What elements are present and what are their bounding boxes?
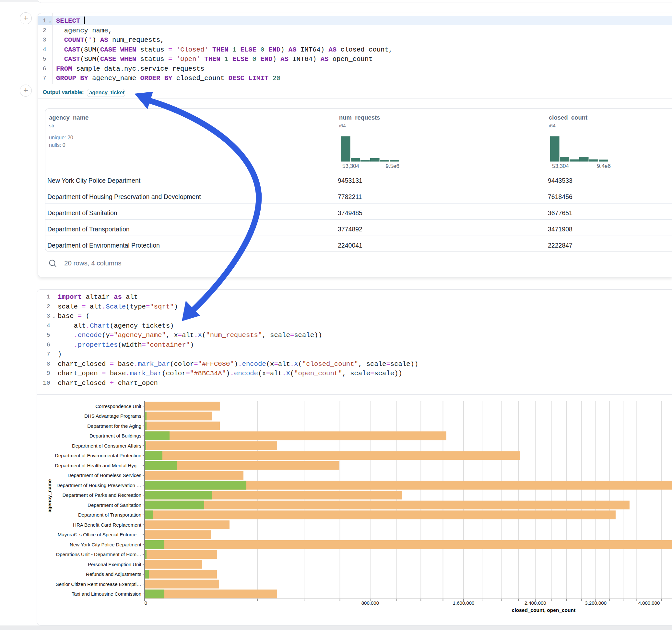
svg-text:Department of Sanitation: Department of Sanitation: [88, 502, 141, 508]
svg-text:Department of Health and Menta: Department of Health and Mental Hyg…: [55, 463, 141, 468]
svg-text:800,000: 800,000: [361, 600, 379, 606]
svg-text:Department for the Aging: Department for the Aging: [87, 423, 141, 429]
svg-text:Refunds and Adjustments: Refunds and Adjustments: [86, 571, 141, 577]
svg-text:Mayorâ€ s Office of Special E: Mayorâ€ s Office of Special Enforce…: [58, 532, 141, 537]
svg-text:Correspondence Unit: Correspondence Unit: [95, 404, 142, 409]
svg-text:3,200,000: 3,200,000: [585, 600, 606, 606]
svg-text:4,000,000: 4,000,000: [638, 600, 660, 606]
svg-text:Department of Buildings: Department of Buildings: [90, 433, 141, 438]
svg-text:Department of Homeless Service: Department of Homeless Services: [67, 472, 141, 478]
svg-text:2,400,000: 2,400,000: [525, 600, 546, 606]
svg-text:HRA Benefit Card Replacement: HRA Benefit Card Replacement: [73, 522, 142, 528]
svg-text:closed_count, open_count: closed_count, open_count: [512, 607, 575, 613]
svg-text:New York City Police Departmen: New York City Police Department: [70, 542, 142, 547]
svg-text:Senior Citizen Rent Increase E: Senior Citizen Rent Increase Exempti…: [56, 581, 141, 587]
svg-text:agency_name: agency_name: [47, 479, 52, 512]
svg-text:Personal Exemption Unit: Personal Exemption Unit: [88, 562, 142, 567]
svg-text:1,600,000: 1,600,000: [453, 600, 475, 606]
svg-text:Department of Transportation: Department of Transportation: [78, 512, 141, 517]
svg-text:0: 0: [145, 600, 147, 606]
svg-text:Department of Parks and Recrea: Department of Parks and Recreation: [63, 492, 141, 498]
svg-text:Taxi and Limousine Commission: Taxi and Limousine Commission: [72, 591, 141, 597]
svg-text:Operations Unit - Department o: Operations Unit - Department of Hom…: [56, 552, 141, 557]
svg-text:Department of Consumer Affairs: Department of Consumer Affairs: [72, 443, 141, 449]
svg-text:Department of Housing Preserva: Department of Housing Preservation …: [56, 483, 141, 488]
svg-text:DHS Advantage Programs: DHS Advantage Programs: [84, 413, 141, 419]
svg-text:Department of Environmental Pr: Department of Environmental Protection: [55, 453, 141, 458]
